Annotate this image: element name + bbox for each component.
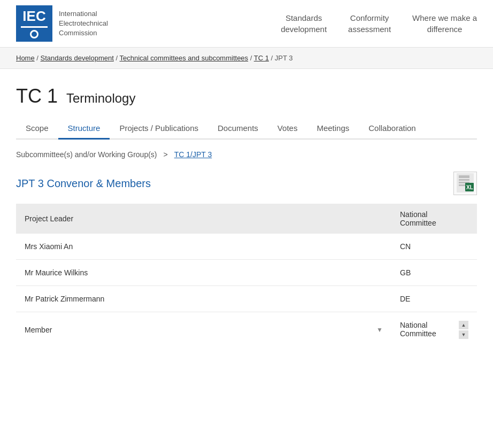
- site-header: IEC International Electrotechnical Commi…: [0, 0, 493, 48]
- svg-rect-2: [459, 179, 469, 181]
- breadcrumb-sep-3: /: [250, 54, 254, 62]
- excel-icon: XL: [457, 173, 474, 194]
- table-row: Mr Maurice Wilkins GB: [16, 260, 477, 286]
- breadcrumb-technical-committees[interactable]: Technical committees and subcommittees: [119, 54, 248, 62]
- section-title-row: JPT 3 Convenor & Members XL: [16, 172, 477, 195]
- table-header-row: Project Leader NationalCommittee: [16, 204, 477, 234]
- scroll-controls: ▲ ▼: [459, 321, 468, 339]
- main-content: TC 1 Terminology Scope Structure Project…: [0, 69, 493, 347]
- breadcrumb-sep-1: /: [36, 54, 40, 62]
- sub-path-label: Subcommittee(s) and/or Working Group(s): [16, 150, 157, 159]
- members-table: Project Leader NationalCommittee Mrs Xia…: [16, 204, 477, 347]
- table-row: Mr Patrick Zimmermann DE: [16, 286, 477, 312]
- member-national-header: NationalCommittee: [400, 321, 436, 338]
- member-national-zimmermann: DE: [391, 286, 477, 312]
- member-name-wilkins: Mr Maurice Wilkins: [16, 260, 391, 286]
- section-title: JPT 3 Convenor & Members: [16, 177, 151, 190]
- member-national-xiaomi: CN: [391, 234, 477, 260]
- nav-where-we-make-difference[interactable]: Where we make adifference: [412, 12, 477, 35]
- tc-name: Terminology: [66, 91, 135, 106]
- svg-rect-4: [459, 184, 465, 186]
- breadcrumb-home[interactable]: Home: [16, 54, 35, 62]
- logo-area: IEC International Electrotechnical Commi…: [16, 5, 108, 42]
- scroll-down-button[interactable]: ▼: [459, 330, 468, 339]
- nav-standards-development[interactable]: Standardsdevelopment: [281, 12, 327, 35]
- tab-documents[interactable]: Documents: [208, 118, 268, 140]
- breadcrumb-jpt3: JPT 3: [275, 54, 293, 62]
- sub-path-arrow: >: [164, 150, 168, 159]
- main-nav: Standardsdevelopment Conformityassessmen…: [281, 12, 477, 35]
- breadcrumb-standards-development[interactable]: Standards development: [41, 54, 114, 62]
- logo-circle: [30, 30, 38, 38]
- col-header-name: Project Leader: [16, 204, 391, 234]
- tab-projects-publications[interactable]: Projects / Publications: [110, 118, 208, 140]
- member-row-label: Member ▼: [16, 312, 391, 348]
- breadcrumb: Home / Standards development / Technical…: [0, 48, 493, 69]
- export-excel-button[interactable]: XL: [453, 172, 477, 195]
- org-name: International Electrotechnical Commissio…: [59, 9, 108, 38]
- tab-scope[interactable]: Scope: [16, 118, 58, 140]
- member-national-col: NationalCommittee ▲ ▼: [391, 312, 477, 348]
- logo-line: [21, 26, 48, 28]
- page-title-area: TC 1 Terminology: [16, 85, 477, 107]
- table-row: Mrs Xiaomi An CN: [16, 234, 477, 260]
- tc-number: TC 1: [16, 85, 58, 107]
- member-name-zimmermann: Mr Patrick Zimmermann: [16, 286, 391, 312]
- member-dropdown-arrow[interactable]: ▼: [376, 326, 383, 334]
- svg-text:XL: XL: [466, 184, 473, 190]
- tab-bar: Scope Structure Projects / Publications …: [16, 118, 477, 140]
- tab-collaboration[interactable]: Collaboration: [359, 118, 425, 140]
- table-row-member: Member ▼ NationalCommittee ▲ ▼: [16, 312, 477, 348]
- svg-rect-1: [459, 175, 469, 178]
- member-national-wilkins: GB: [391, 260, 477, 286]
- sub-path-link[interactable]: TC 1/JPT 3: [174, 150, 212, 159]
- tab-meetings[interactable]: Meetings: [307, 118, 359, 140]
- member-label-text: Member: [25, 326, 52, 334]
- breadcrumb-sep-4: /: [271, 54, 275, 62]
- tab-structure[interactable]: Structure: [58, 118, 110, 140]
- tab-votes[interactable]: Votes: [268, 118, 307, 140]
- logo-text: IEC: [22, 9, 45, 23]
- iec-logo: IEC: [16, 5, 52, 42]
- sub-path: Subcommittee(s) and/or Working Group(s) …: [16, 150, 477, 159]
- member-name-xiaomi: Mrs Xiaomi An: [16, 234, 391, 260]
- col-header-national: NationalCommittee: [391, 204, 477, 234]
- breadcrumb-tc1[interactable]: TC 1: [254, 54, 269, 62]
- scroll-up-button[interactable]: ▲: [459, 321, 468, 329]
- nav-conformity-assessment[interactable]: Conformityassessment: [348, 12, 391, 35]
